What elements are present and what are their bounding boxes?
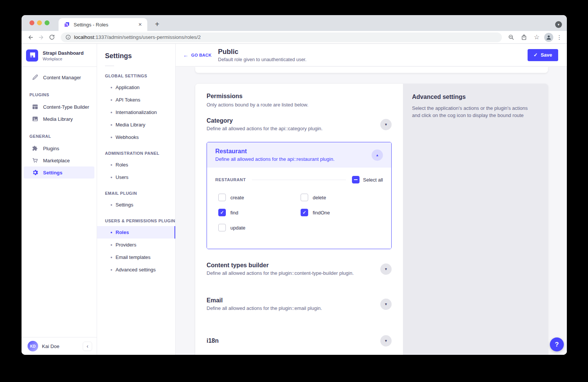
edit-pen-icon — [32, 74, 39, 81]
permissions-layout: Permissions Only actions bound by a rout… — [195, 84, 548, 355]
main-sidebar: Strapi Dashboard Workplace Content Manag… — [22, 44, 97, 355]
sidebar-section-general: GENERAL — [22, 134, 97, 139]
expand-category-button[interactable]: ▼ — [380, 119, 392, 130]
permission-findOne[interactable]: findOne — [301, 209, 383, 216]
bullet-icon — [111, 164, 112, 166]
url-host: localhost — [74, 34, 94, 40]
subnav-item-application[interactable]: Application — [97, 81, 175, 94]
collapse-restaurant-button[interactable]: ▲ — [372, 149, 383, 161]
user-avatar[interactable]: KD — [28, 341, 38, 351]
expand-content-types-builder-button[interactable]: ▼ — [380, 263, 392, 275]
subnav-item-up-roles[interactable]: Roles — [97, 226, 175, 239]
checkbox[interactable] — [301, 209, 308, 216]
checkbox[interactable] — [218, 224, 226, 231]
bullet-icon — [111, 204, 112, 206]
sidebar-item-marketplace[interactable]: Marketplace — [24, 154, 94, 166]
collapse-sidebar-button[interactable]: ‹ — [83, 342, 92, 351]
window-controls — [29, 20, 49, 25]
expand-i18n-button[interactable]: ▼ — [380, 335, 392, 347]
sidebar-item-media-library[interactable]: Media Library — [24, 113, 94, 125]
strapi-logo — [26, 49, 38, 62]
divider — [105, 66, 114, 66]
tab-close-icon[interactable]: ✕ — [137, 21, 144, 28]
go-back-link[interactable]: ←GO BACK — [183, 52, 211, 58]
bullet-icon — [111, 177, 112, 178]
checkbox[interactable] — [301, 194, 308, 201]
page-title: Public — [218, 48, 306, 56]
page-subtitle: Default role given to unauthenticated us… — [218, 57, 306, 62]
workspace-subtitle: Workplace — [43, 57, 83, 61]
subnav-section-administration-panel: ADMINISTRATION PANEL — [97, 151, 175, 156]
help-button[interactable]: ? — [550, 337, 564, 351]
minimize-window-button[interactable] — [37, 20, 42, 25]
url-text[interactable]: localhost:1337/admin/settings/users-perm… — [74, 34, 201, 40]
strapi-favicon — [64, 22, 70, 28]
role-details-card-edge — [195, 67, 548, 73]
sidebar-item-plugins[interactable]: Plugins — [24, 142, 94, 154]
expand-email-button[interactable]: ▼ — [380, 299, 392, 310]
sidebar-item-label: Plugins — [43, 146, 59, 151]
select-all-checkbox[interactable] — [352, 176, 360, 183]
permission-checkbox-grid: create delete find — [215, 194, 383, 231]
settings-subnav: Settings GLOBAL SETTINGS Application API… — [97, 44, 176, 355]
new-tab-button[interactable]: + — [152, 19, 162, 29]
subnav-item-admin-roles[interactable]: Roles — [97, 159, 175, 171]
caret-down-icon: ▼ — [384, 123, 388, 126]
permission-find[interactable]: find — [218, 209, 301, 216]
permission-create[interactable]: create — [218, 194, 301, 201]
subnav-section-users-permissions-plugin: USERS & PERMISSIONS PLUGIN — [97, 219, 175, 223]
bullet-icon — [111, 137, 112, 138]
bullet-icon — [111, 112, 112, 113]
select-all-label: Select all — [363, 177, 383, 183]
browser-window: Settings - Roles ✕ + ▼ localhost:1337/ad… — [22, 15, 567, 355]
accordion-content-types-builder[interactable]: Content types builder Define all allowed… — [207, 262, 392, 276]
subnav-item-email-templates[interactable]: Email templates — [97, 251, 175, 263]
subnav-item-advanced-settings[interactable]: Advanced settings — [97, 263, 175, 276]
picture-icon — [32, 116, 39, 122]
subnav-item-webhooks[interactable]: Webhooks — [97, 131, 175, 143]
close-window-button[interactable] — [29, 20, 34, 25]
checkbox[interactable] — [218, 194, 226, 201]
subnav-item-providers[interactable]: Providers — [97, 239, 175, 251]
zoom-out-icon[interactable] — [506, 32, 516, 43]
address-bar[interactable]: localhost:1337/admin/settings/users-perm… — [61, 32, 502, 42]
accordion-restaurant: Restaurant Define all allowed actions fo… — [207, 142, 392, 249]
caret-down-icon: ▼ — [384, 267, 388, 271]
accordion-email[interactable]: Email Define all allowed actions for the… — [207, 297, 392, 311]
layout-icon — [32, 103, 39, 110]
back-icon[interactable] — [25, 32, 36, 43]
workspace-brand[interactable]: Strapi Dashboard Workplace — [22, 44, 97, 67]
forward-icon[interactable] — [36, 32, 46, 43]
user-row: KD Kai Doe ‹ — [22, 337, 97, 355]
bookmark-star-icon[interactable]: ☆ — [531, 32, 542, 43]
sidebar-item-content-manager[interactable]: Content Manager — [24, 71, 94, 83]
browser-profile-avatar[interactable] — [544, 33, 553, 42]
maximize-window-button[interactable] — [45, 20, 49, 25]
permissions-title: Permissions — [207, 93, 392, 100]
sidebar-item-settings[interactable]: Settings — [24, 166, 94, 179]
accordion-i18n[interactable]: i18n ▼ — [207, 335, 392, 347]
browser-menu-icon[interactable]: ⋮ — [556, 33, 563, 42]
subnav-item-api-tokens[interactable]: API Tokens — [97, 94, 175, 106]
puzzle-icon — [32, 145, 39, 152]
share-icon[interactable] — [519, 32, 529, 43]
browser-tab[interactable]: Settings - Roles ✕ — [59, 18, 147, 31]
accordion-category[interactable]: Category Define all allowed actions for … — [207, 117, 392, 131]
checkbox[interactable] — [218, 209, 226, 216]
sidebar-item-label: Marketplace — [43, 158, 70, 163]
tab-search-icon[interactable]: ▼ — [555, 21, 562, 28]
subnav-item-media-library[interactable]: Media Library — [97, 119, 175, 131]
subnav-item-internationalization[interactable]: Internationalization — [97, 106, 175, 119]
sidebar-item-content-type-builder[interactable]: Content-Type Builder — [24, 101, 94, 113]
reload-icon[interactable] — [46, 32, 57, 43]
subnav-item-admin-users[interactable]: Users — [97, 171, 175, 183]
subnav-item-email-settings[interactable]: Settings — [97, 199, 175, 211]
page-info-icon[interactable] — [65, 34, 71, 40]
permissions-subtitle: Only actions bound by a route are listed… — [207, 102, 392, 108]
save-button[interactable]: ✓Save — [528, 49, 558, 61]
permission-delete[interactable]: delete — [301, 194, 383, 201]
check-icon: ✓ — [534, 52, 538, 58]
permission-update[interactable]: update — [218, 224, 301, 231]
strapi-app: Strapi Dashboard Workplace Content Manag… — [22, 44, 567, 355]
accordion-restaurant-header[interactable]: Restaurant Define all allowed actions fo… — [207, 142, 391, 168]
